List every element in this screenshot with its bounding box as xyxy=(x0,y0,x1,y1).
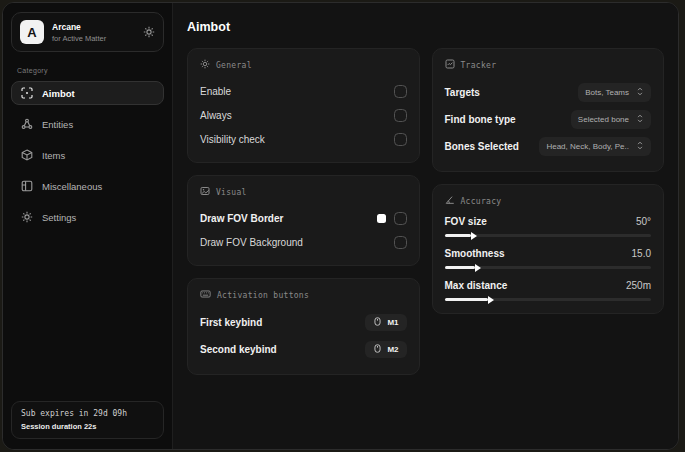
cube-icon xyxy=(21,149,33,161)
first-keybind-button[interactable]: M1 xyxy=(365,314,406,331)
setting-label: Bones Selected xyxy=(445,141,519,152)
mouse-icon xyxy=(373,344,382,355)
sidebar-item-label: Aimbot xyxy=(42,88,75,99)
setting-label: Targets xyxy=(445,87,480,98)
panel-title: Tracker xyxy=(461,61,497,70)
panel-title: Activation buttons xyxy=(217,291,309,300)
enable-checkbox[interactable] xyxy=(394,85,407,98)
slider-fill xyxy=(445,266,476,269)
max-distance-slider[interactable] xyxy=(445,298,652,301)
angle-icon xyxy=(445,195,455,207)
radar-icon xyxy=(445,59,455,71)
bones-selected-select[interactable]: Head, Neck, Body, Pe.. xyxy=(539,137,651,156)
unfold-icon xyxy=(636,87,644,98)
sidebar-item-aimbot[interactable]: Aimbot xyxy=(11,81,164,105)
sidebar: A Arcane for Active Matter Category xyxy=(3,3,173,449)
gear-icon[interactable] xyxy=(143,26,155,38)
slider-value: 50° xyxy=(636,216,651,227)
sub-expires-text: Sub expires in 29d 09h xyxy=(21,409,154,418)
sidebar-item-items[interactable]: Items xyxy=(11,143,164,167)
color-swatch[interactable] xyxy=(377,214,386,223)
sidebar-item-label: Items xyxy=(42,150,65,161)
layout-icon xyxy=(21,180,33,192)
main-content: Aimbot General xyxy=(173,3,678,449)
panel-title: Accuracy xyxy=(461,197,502,206)
always-checkbox[interactable] xyxy=(394,109,407,122)
panel-activation-buttons: Activation buttons First keybind M1 xyxy=(187,278,420,375)
sidebar-item-label: Settings xyxy=(42,212,76,223)
app-header-card: A Arcane for Active Matter xyxy=(11,12,164,52)
gear-icon xyxy=(200,59,210,71)
setting-row-draw-fov-background: Draw FOV Background xyxy=(200,231,407,253)
network-icon xyxy=(21,118,33,130)
keyboard-icon xyxy=(200,289,211,301)
slider-label: Smoothness xyxy=(445,248,505,259)
slider-value: 15.0 xyxy=(632,248,651,259)
sidebar-item-label: Miscellaneous xyxy=(42,181,102,192)
slider-fill xyxy=(445,298,488,301)
setting-row-bones-selected: Bones Selected Head, Neck, Body, Pe.. xyxy=(445,134,652,159)
unfold-icon xyxy=(636,141,644,152)
setting-label: Visibility check xyxy=(200,134,265,145)
session-duration-text: Session duration 22s xyxy=(21,422,154,431)
gear-icon xyxy=(21,211,33,223)
slider-fill xyxy=(445,234,472,237)
app-window: A Arcane for Active Matter Category xyxy=(2,2,679,450)
left-column: General Enable Always Visibility check xyxy=(187,48,420,375)
app-name: Arcane xyxy=(52,22,106,32)
sidebar-item-entities[interactable]: Entities xyxy=(11,112,164,136)
sidebar-item-settings[interactable]: Settings xyxy=(11,205,164,229)
setting-label: Enable xyxy=(200,86,231,97)
sidebar-nav: Aimbot Entities Items xyxy=(11,81,164,229)
sidebar-item-label: Entities xyxy=(42,119,73,130)
setting-label: Draw FOV Background xyxy=(200,237,303,248)
setting-row-find-bone-type: Find bone type Selected bone xyxy=(445,107,652,132)
setting-row-enable: Enable xyxy=(200,80,407,102)
image-icon xyxy=(200,186,210,198)
panel-accuracy: Accuracy FOV size 50° Smoothness xyxy=(432,184,665,314)
slider-fov-size: FOV size 50° xyxy=(445,216,652,237)
setting-label: First keybind xyxy=(200,317,262,328)
slider-value: 250m xyxy=(626,280,651,291)
subscription-card: Sub expires in 29d 09h Session duration … xyxy=(11,401,164,439)
select-value: Bots, Teams xyxy=(585,88,629,97)
slider-label: FOV size xyxy=(445,216,487,227)
fov-size-slider[interactable] xyxy=(445,234,652,237)
find-bone-type-select[interactable]: Selected bone xyxy=(571,110,651,129)
sidebar-item-miscellaneous[interactable]: Miscellaneous xyxy=(11,174,164,198)
slider-smoothness: Smoothness 15.0 xyxy=(445,248,652,269)
slider-max-distance: Max distance 250m xyxy=(445,280,652,301)
panel-general: General Enable Always Visibility check xyxy=(187,48,420,163)
select-value: Selected bone xyxy=(578,115,629,124)
right-column: Tracker Targets Bots, Teams xyxy=(432,48,665,314)
panel-visual: Visual Draw FOV Border Draw FOV Backgrou… xyxy=(187,175,420,266)
setting-label: Find bone type xyxy=(445,114,516,125)
panel-tracker: Tracker Targets Bots, Teams xyxy=(432,48,665,172)
setting-row-visibility-check: Visibility check xyxy=(200,128,407,150)
crosshair-icon xyxy=(21,87,33,99)
setting-row-second-keybind: Second keybind M2 xyxy=(200,337,407,362)
page-title: Aimbot xyxy=(187,20,664,34)
panel-title: General xyxy=(216,61,252,70)
targets-select[interactable]: Bots, Teams xyxy=(578,83,651,102)
app-logo: A xyxy=(20,20,44,44)
mouse-icon xyxy=(373,317,382,328)
second-keybind-button[interactable]: M2 xyxy=(365,341,406,358)
draw-fov-background-checkbox[interactable] xyxy=(394,236,407,249)
setting-label: Second keybind xyxy=(200,344,277,355)
panel-title: Visual xyxy=(216,188,247,197)
keybind-value: M2 xyxy=(387,345,398,354)
unfold-icon xyxy=(636,114,644,125)
setting-row-always: Always xyxy=(200,104,407,126)
setting-label: Always xyxy=(200,110,232,121)
keybind-value: M1 xyxy=(387,318,398,327)
app-tagline: for Active Matter xyxy=(52,34,106,43)
smoothness-slider[interactable] xyxy=(445,266,652,269)
setting-label: Draw FOV Border xyxy=(200,213,283,224)
slider-label: Max distance xyxy=(445,280,508,291)
category-label: Category xyxy=(17,67,158,74)
setting-row-targets: Targets Bots, Teams xyxy=(445,80,652,105)
draw-fov-border-checkbox[interactable] xyxy=(394,212,407,225)
visibility-check-checkbox[interactable] xyxy=(394,133,407,146)
select-value: Head, Neck, Body, Pe.. xyxy=(546,142,629,151)
